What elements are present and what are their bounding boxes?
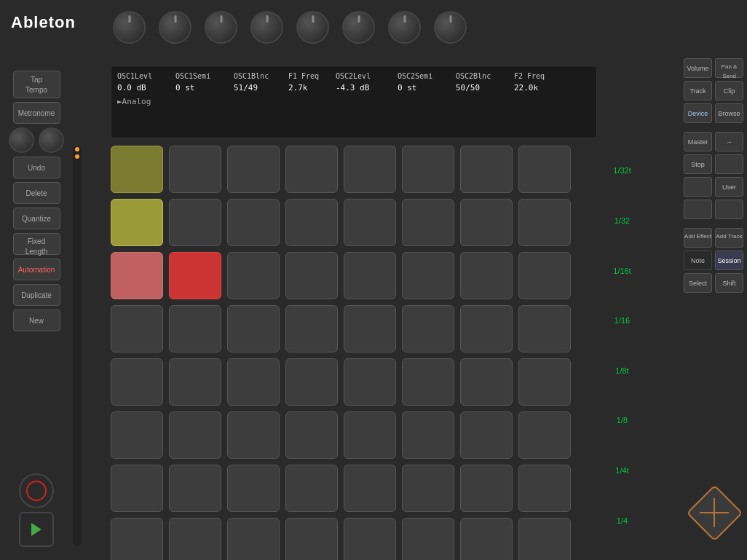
pad-7-7[interactable] [518,518,571,560]
pad-5-4[interactable] [344,411,396,459]
pad-2-0[interactable] [111,252,163,299]
pad-0-1[interactable] [169,146,221,193]
pad-2-3[interactable] [285,252,338,299]
pad-3-1[interactable] [169,305,221,352]
pad-0-2[interactable] [227,146,280,193]
pad-0-5[interactable] [402,146,454,193]
automation-button[interactable]: Automation [13,259,60,280]
pad-5-6[interactable] [460,411,513,459]
timing-label-18[interactable]: 1/8 [598,416,646,425]
pad-3-0[interactable] [111,305,163,352]
pad-0-4[interactable] [344,146,396,193]
pad-6-6[interactable] [460,465,513,512]
top-knob-7[interactable] [388,11,421,44]
pad-6-1[interactable] [169,465,221,512]
pad-6-2[interactable] [227,465,280,512]
pad-2-7[interactable] [518,252,571,299]
pad-3-3[interactable] [285,305,338,352]
pad-6-7[interactable] [518,465,571,512]
pad-7-6[interactable] [460,518,513,560]
track-button[interactable]: Track [684,81,712,100]
pad-7-1[interactable] [169,518,221,560]
timing-label-116[interactable]: 1/16 [598,316,646,325]
pad-3-6[interactable] [460,305,513,352]
timing-label-116t[interactable]: 1/16t [598,267,646,275]
pad-7-2[interactable] [227,518,280,560]
pad-1-4[interactable] [344,199,396,246]
pad-3-5[interactable] [402,305,454,352]
pad-5-2[interactable] [227,411,280,459]
duplicate-button[interactable]: Duplicate [13,284,60,306]
device-button[interactable]: Device [684,103,712,123]
pad-7-0[interactable] [111,518,163,560]
new-button[interactable]: New [13,309,60,331]
browse-button[interactable]: Browse [715,103,743,123]
tap-tempo-button[interactable]: Tap Tempo [13,71,60,98]
record-button[interactable] [19,473,54,508]
pad-1-7[interactable] [518,199,571,246]
timing-label-14[interactable]: 1/4 [598,516,646,525]
user-button[interactable]: User [715,177,743,197]
pad-7-5[interactable] [402,518,454,560]
pad-4-4[interactable] [344,358,396,406]
scroll-bar[interactable] [73,146,82,545]
pad-1-5[interactable] [402,199,454,246]
timing-label-132[interactable]: 1/32 [598,216,646,225]
top-knob-2[interactable] [159,11,191,44]
pad-1-1[interactable] [169,199,221,246]
transport-knob-2[interactable] [39,127,64,153]
top-knob-8[interactable] [434,11,467,44]
pad-1-2[interactable] [227,199,280,246]
pad-1-0[interactable] [111,199,163,246]
fixed-length-button[interactable]: Fixed Length [13,233,60,255]
top-knob-4[interactable] [250,11,283,44]
pad-5-7[interactable] [518,411,571,459]
add-track-button[interactable]: Add Track [715,228,743,248]
pad-5-0[interactable] [111,411,163,459]
top-knob-6[interactable] [342,11,375,44]
pad-2-5[interactable] [402,252,454,299]
pad-7-3[interactable] [285,518,338,560]
timing-label-18t[interactable]: 1/8t [598,366,646,375]
pad-3-4[interactable] [344,305,396,352]
pad-4-2[interactable] [227,358,280,406]
clip-button[interactable]: Clip [715,81,743,100]
select-button[interactable]: Select [684,273,712,293]
delete-button[interactable]: Delete [13,182,60,204]
stop-button[interactable]: Stop [684,154,712,174]
transport-knob-1[interactable] [9,127,34,153]
pad-2-2[interactable] [227,252,280,299]
pad-4-5[interactable] [402,358,454,406]
pad-0-0[interactable] [111,146,163,193]
pad-0-6[interactable] [460,146,513,193]
session-button[interactable]: Session [715,251,743,270]
pad-2-6[interactable] [460,252,513,299]
undo-button[interactable]: Undo [13,157,60,178]
pad-2-1[interactable] [169,252,221,299]
timing-label-14t[interactable]: 1/4t [598,466,646,475]
pad-7-4[interactable] [344,518,396,560]
add-effect-button[interactable]: Add Effect [684,228,712,248]
metronome-button[interactable]: Metronome [13,102,60,124]
pad-6-0[interactable] [111,465,163,512]
diamond-nav[interactable] [689,487,740,538]
pad-6-3[interactable] [285,465,338,512]
top-knob-1[interactable] [113,11,146,44]
pad-3-2[interactable] [227,305,280,352]
arrow-button[interactable]: → [715,132,743,151]
pad-4-6[interactable] [460,358,513,406]
quantize-button[interactable]: Quantize [13,208,60,229]
timing-label-132t[interactable]: 1/32t [598,166,646,175]
master-button[interactable]: Master [684,132,712,151]
pan-send-button[interactable]: Pan & Send [715,58,743,78]
pad-4-3[interactable] [285,358,338,406]
pad-2-4[interactable] [344,252,396,299]
pad-0-7[interactable] [518,146,571,193]
pad-4-0[interactable] [111,358,163,406]
pad-0-3[interactable] [285,146,338,193]
pad-1-3[interactable] [285,199,338,246]
pad-4-7[interactable] [518,358,571,406]
pad-4-1[interactable] [169,358,221,406]
volume-button[interactable]: Volume [684,58,712,78]
pad-1-6[interactable] [460,199,513,246]
